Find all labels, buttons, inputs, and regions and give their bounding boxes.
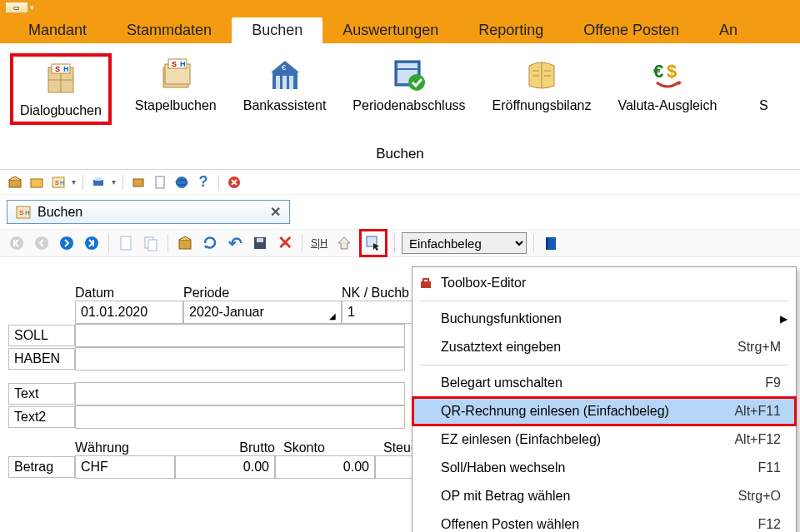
menu-item-offenen-posten-w-hlen[interactable]: Offenen Posten wählenF12 <box>412 510 796 532</box>
box-open-icon[interactable] <box>7 174 23 191</box>
datum-field[interactable]: 01.01.2020 <box>75 301 183 324</box>
app-menu-dropdown-icon[interactable]: ▾ <box>30 3 34 12</box>
svg-text:€: € <box>282 63 286 72</box>
blue-book-icon[interactable] <box>541 233 561 253</box>
svg-marker-24 <box>678 81 682 86</box>
document-tab-buchen[interactable]: SH Buchen ✕ <box>7 200 290 224</box>
svg-rect-25 <box>9 180 21 187</box>
menu-item-ez-einlesen-einfachbeleg[interactable]: EZ einlesen (Einfachbeleg)Alt+F12 <box>412 425 796 454</box>
separator <box>108 234 109 252</box>
menu-separator <box>419 301 789 301</box>
tab-mandant[interactable]: Mandant <box>8 17 107 43</box>
svg-rect-50 <box>257 238 263 242</box>
delete-icon[interactable]: ✕ <box>275 233 295 253</box>
ribbon-btn-eröffnungsbilanz[interactable]: Eröffnungsbilanz <box>489 53 595 115</box>
separator <box>394 234 395 252</box>
menu-item-qr-rechnung-einlesen-einfachbeleg[interactable]: QR-Rechnung einlesen (Einfachbeleg)Alt+F… <box>412 397 796 425</box>
save-icon[interactable] <box>250 233 270 253</box>
ribbon-btn-periodenabschluss[interactable]: Periodenabschluss <box>349 53 468 115</box>
tab-stammdaten[interactable]: Stammdaten <box>107 17 232 43</box>
menu-item-op-mit-betrag-w-hlen[interactable]: OP mit Betrag wählenStrg+O <box>412 482 796 510</box>
waehrung-field[interactable]: CHF <box>75 455 175 479</box>
tab-buchen[interactable]: Buchen <box>232 17 322 43</box>
svg-rect-15 <box>289 76 293 89</box>
sh-card-icon[interactable]: SH <box>50 174 67 191</box>
skonto-field[interactable]: 0.00 <box>275 455 375 479</box>
dropdown-caret-icon[interactable]: ◢ <box>329 311 336 321</box>
ribbon-btn-dialogbuchen[interactable]: SHDialogbuchen <box>10 53 112 125</box>
valuta-ausgleich-icon: €$ <box>648 55 688 95</box>
brutto-field[interactable]: 0.00 <box>175 455 275 479</box>
globe-icon[interactable] <box>173 174 190 191</box>
svg-text:S: S <box>55 65 60 73</box>
dropdown-caret-icon[interactable]: ▾ <box>72 177 76 186</box>
house-icon[interactable] <box>334 233 354 253</box>
sh-card-icon: SH <box>16 205 31 220</box>
nav-next-icon[interactable] <box>57 233 77 253</box>
context-menu[interactable]: Toolbox-EditorBuchungsfunktionen▶Zusatzt… <box>412 266 797 532</box>
close-red-icon[interactable] <box>226 174 242 191</box>
menu-separator <box>419 365 789 365</box>
cursor-settings-icon[interactable] <box>363 233 383 253</box>
menu-item-shortcut: Strg+M <box>738 340 781 355</box>
svg-rect-33 <box>156 177 164 188</box>
box-icon[interactable] <box>130 174 147 191</box>
sh-text-icon[interactable]: S|H <box>309 233 329 253</box>
menu-item-shortcut: F12 <box>758 517 781 532</box>
undo-icon[interactable]: ↶ <box>225 233 245 253</box>
periode-field[interactable]: 2020-Januar◢ <box>183 301 342 324</box>
package-icon[interactable] <box>175 233 195 253</box>
ribbon-btn-label: Stapelbuchen <box>135 98 217 113</box>
new-document-icon[interactable] <box>116 233 136 253</box>
label-betrag: Betrag <box>8 456 75 478</box>
svg-rect-44 <box>121 236 131 250</box>
ribbon-btn-stapelbuchen[interactable]: SHStapelbuchen <box>132 53 220 115</box>
folder-icon[interactable] <box>28 174 45 191</box>
help-icon[interactable]: ? <box>195 174 212 191</box>
submenu-arrow-icon: ▶ <box>780 313 788 325</box>
menu-item-soll-haben-wechseln[interactable]: Soll/Haben wechselnF11 <box>412 454 796 482</box>
soll-field[interactable] <box>75 324 405 347</box>
ribbon-btn-label: Valuta-Ausgleich <box>618 98 717 113</box>
text2-field[interactable] <box>75 405 405 429</box>
menu-item-label: Offenen Posten wählen <box>441 517 758 532</box>
ribbon-btn-bankassistent[interactable]: €Bankassistent <box>240 53 330 115</box>
close-icon[interactable]: ✕ <box>270 204 281 220</box>
nav-prev-icon[interactable] <box>32 233 52 253</box>
tab-reporting[interactable]: Reporting <box>458 17 563 43</box>
periodenabschluss-icon <box>389 55 429 95</box>
separator <box>168 234 168 252</box>
tab-offene posten[interactable]: Offene Posten <box>563 17 699 43</box>
svg-rect-13 <box>276 76 280 89</box>
tab-an[interactable]: An <box>699 17 758 43</box>
svg-text:H: H <box>25 209 30 216</box>
ribbon-btn-s[interactable]: S <box>740 53 787 115</box>
svg-rect-47 <box>179 240 191 249</box>
ribbon-btn-valuta-ausgleich[interactable]: €$Valuta-Ausgleich <box>614 53 720 115</box>
svg-rect-14 <box>282 76 287 89</box>
text-field[interactable] <box>75 382 405 405</box>
tab-auswertungen[interactable]: Auswertungen <box>322 17 458 43</box>
svg-text:€: € <box>653 61 663 82</box>
nav-last-icon[interactable] <box>82 233 102 253</box>
menu-item-buchungsfunktionen[interactable]: Buchungsfunktionen▶ <box>412 305 796 333</box>
nav-first-icon[interactable] <box>7 233 27 253</box>
dialogbuchen-icon: SH <box>41 60 81 100</box>
menu-item-toolbox-editor[interactable]: Toolbox-Editor <box>412 269 796 297</box>
document-icon[interactable] <box>152 174 168 191</box>
menu-item-label: Zusatztext eingeben <box>441 340 738 355</box>
menu-item-belegart-umschalten[interactable]: Belegart umschaltenF9 <box>412 369 796 397</box>
window-titlebar: ▭ ▾ <box>0 0 800 15</box>
utility-toolbar: SH ▾ ▾ ? <box>0 170 800 195</box>
belegart-select[interactable]: Einfachbeleg <box>402 232 527 254</box>
ribbon-button-row: SHDialogbuchenSHStapelbuchen€Bankassiste… <box>0 43 800 143</box>
col-header-datum: Datum <box>75 286 183 301</box>
copy-document-icon[interactable] <box>141 233 161 253</box>
col-header-brutto: Brutto <box>175 440 275 455</box>
printer-icon[interactable] <box>90 174 107 191</box>
dropdown-caret-icon[interactable]: ▾ <box>112 177 116 186</box>
menu-item-zusatztext-eingeben[interactable]: Zusatztext eingebenStrg+M <box>412 333 796 361</box>
haben-field[interactable] <box>75 347 405 370</box>
refresh-icon[interactable] <box>200 233 220 253</box>
menu-item-label: Soll/Haben wechseln <box>441 460 758 475</box>
